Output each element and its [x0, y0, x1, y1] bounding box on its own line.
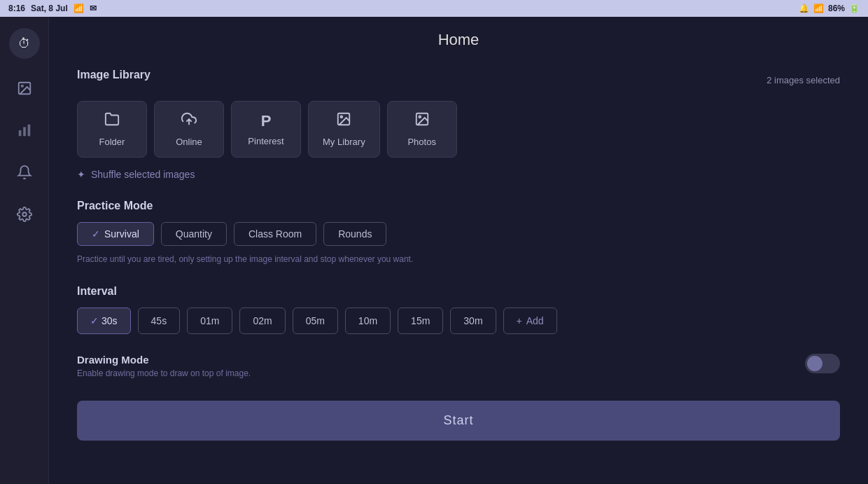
status-time: 8:16 — [8, 4, 25, 13]
status-icon2: ✉ — [90, 4, 97, 13]
source-my-library-label: My Library — [323, 137, 365, 147]
plus-icon: + — [517, 315, 522, 326]
status-date: Sat, 8 Jul — [31, 4, 68, 13]
sidebar-item-chart[interactable] — [12, 118, 37, 143]
check-icon-interval: ✓ — [90, 315, 99, 326]
status-right: 🔔 📶 86% 🔋 — [799, 4, 860, 13]
shuffle-row[interactable]: ✦ Shuffle selected images — [77, 169, 840, 180]
interval-1m[interactable]: 01m — [187, 307, 232, 334]
notification-icon: 🔔 — [799, 4, 809, 13]
status-left: 8:16 Sat, 8 Jul 📶 ✉ — [8, 4, 97, 13]
svg-point-10 — [419, 116, 421, 118]
status-bar: 8:16 Sat, 8 Jul 📶 ✉ 🔔 📶 86% 🔋 — [0, 0, 868, 17]
photos-icon — [414, 111, 430, 131]
interval-10m[interactable]: 10m — [345, 307, 391, 334]
practice-mode-section: Practice Mode ✓Survival Quantity Class R… — [77, 200, 840, 265]
drawing-mode-subtitle: Enable drawing mode to draw on top of im… — [77, 368, 251, 378]
practice-mode-title: Practice Mode — [77, 200, 840, 212]
mode-quantity-label: Quantity — [176, 228, 212, 240]
interval-buttons: ✓30s 45s 01m 02m 05m 10m 15m 30m + Add — [77, 307, 840, 334]
online-icon — [181, 111, 197, 131]
interval-30s[interactable]: ✓30s — [77, 307, 131, 334]
interval-45s[interactable]: 45s — [138, 307, 181, 334]
source-online[interactable]: Online — [154, 101, 224, 158]
shuffle-label: Shuffle selected images — [91, 169, 195, 180]
svg-point-5 — [22, 212, 27, 216]
svg-rect-2 — [18, 130, 21, 136]
sidebar: ⏱ — [0, 17, 49, 484]
svg-rect-3 — [23, 127, 26, 136]
drawing-mode-title: Drawing Mode — [77, 354, 251, 366]
source-pinterest-label: Pinterest — [248, 136, 284, 146]
svg-rect-4 — [27, 125, 30, 137]
drawing-mode-toggle[interactable] — [805, 354, 840, 373]
images-selected-badge: 2 images selected — [766, 75, 840, 85]
add-label: Add — [526, 315, 544, 326]
sidebar-item-settings[interactable] — [12, 202, 37, 227]
mode-survival-label: Survival — [104, 228, 139, 240]
interval-add[interactable]: + Add — [503, 307, 557, 334]
interval-section: Interval ✓30s 45s 01m 02m 05m 10m 15m 30… — [77, 285, 840, 334]
source-my-library[interactable]: My Library — [308, 101, 380, 158]
interval-2m[interactable]: 02m — [239, 307, 285, 334]
mode-survival[interactable]: ✓Survival — [77, 222, 154, 246]
mode-description: Practice until you are tired, only setti… — [77, 253, 840, 265]
mode-buttons: ✓Survival Quantity Class Room Rounds — [77, 222, 840, 246]
shuffle-icon: ✦ — [77, 169, 85, 180]
mode-rounds[interactable]: Rounds — [323, 222, 386, 246]
image-library-title: Image Library — [77, 69, 150, 81]
pinterest-icon: P — [261, 112, 272, 130]
interval-title: Interval — [77, 285, 840, 298]
image-sources: Folder Online P Pinterest My Library — [77, 101, 840, 158]
mode-quantity[interactable]: Quantity — [161, 222, 227, 246]
app-layout: ⏱ Home Image Library 2 images selected — [0, 17, 868, 484]
mode-classroom-label: Class Room — [248, 228, 302, 240]
image-library-section: Image Library 2 images selected Folder O… — [77, 69, 840, 180]
main-content: Home Image Library 2 images selected Fol… — [49, 17, 868, 484]
mode-classroom[interactable]: Class Room — [234, 222, 316, 246]
battery-icon: 🔋 — [849, 4, 860, 13]
drawing-mode-row: Drawing Mode Enable drawing mode to draw… — [77, 354, 840, 378]
status-icon1: 📶 — [74, 4, 84, 13]
sidebar-avatar[interactable]: ⏱ — [9, 28, 40, 59]
folder-icon — [104, 111, 120, 131]
toggle-thumb — [807, 356, 822, 371]
source-photos-label: Photos — [407, 137, 435, 147]
interval-30m[interactable]: 30m — [450, 307, 496, 334]
start-button[interactable]: Start — [77, 401, 840, 441]
source-folder[interactable]: Folder — [77, 101, 147, 158]
source-folder-label: Folder — [99, 137, 125, 147]
wifi-icon: 📶 — [813, 4, 824, 13]
sidebar-item-image[interactable] — [12, 76, 37, 101]
svg-point-1 — [21, 85, 23, 87]
svg-point-8 — [341, 116, 343, 118]
mode-rounds-label: Rounds — [338, 228, 372, 240]
interval-15m[interactable]: 15m — [398, 307, 443, 334]
image-library-header: Image Library 2 images selected — [77, 69, 840, 91]
source-photos[interactable]: Photos — [387, 101, 457, 158]
check-icon: ✓ — [92, 228, 100, 240]
battery-level: 86% — [828, 4, 845, 13]
my-library-icon — [336, 111, 351, 131]
source-online-label: Online — [176, 137, 202, 147]
toggle-track[interactable] — [805, 354, 840, 373]
interval-5m[interactable]: 05m — [293, 307, 338, 334]
source-pinterest[interactable]: P Pinterest — [231, 101, 301, 158]
page-title: Home — [77, 31, 840, 49]
drawing-mode-info: Drawing Mode Enable drawing mode to draw… — [77, 354, 251, 378]
sidebar-item-bell[interactable] — [12, 160, 37, 185]
